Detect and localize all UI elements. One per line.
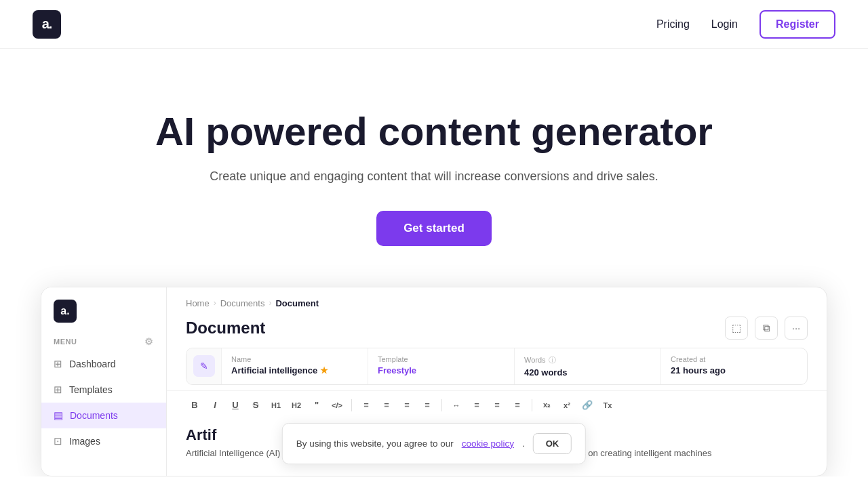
breadcrumb-home[interactable]: Home <box>186 298 210 308</box>
toolbar-link[interactable]: 🔗 <box>578 396 596 414</box>
get-started-button[interactable]: Get started <box>376 211 492 246</box>
hero-heading: AI powered content generator <box>14 110 854 153</box>
sidebar-logo-text: a. <box>60 305 69 317</box>
cookie-ok-button[interactable]: OK <box>533 433 572 454</box>
doc-meta-words: Words ⓘ 420 words <box>515 348 661 384</box>
templates-icon: ⊞ <box>54 384 62 396</box>
app-preview-container: a. MENU ⚙ ⊞ Dashboard ⊞ Templates ▤ Docu… <box>0 287 868 476</box>
doc-header: Document ⬚ ⧉ ··· <box>167 314 827 348</box>
toolbar-underline[interactable]: U <box>226 396 244 414</box>
toolbar-bold[interactable]: B <box>186 396 203 414</box>
doc-meta-icon-cell: ✎ <box>186 348 222 384</box>
sidebar-item-templates[interactable]: ⊞ Templates <box>41 377 166 403</box>
doc-meta-name: Name Artificial intelligence ★ <box>222 348 368 384</box>
doc-toolbar: B I U S H1 H2 " </> ≡ ≡ ≡ ≡ ↔ ≡ ≡ ≡ x₂ <box>167 390 827 420</box>
doc-title: Document <box>186 319 265 338</box>
doc-action-btn-2[interactable]: ⧉ <box>755 317 778 340</box>
info-icon: ⓘ <box>549 355 556 365</box>
breadcrumb-sep-1: › <box>214 298 216 308</box>
sidebar-item-label: Documents <box>70 410 118 421</box>
toolbar-align-right[interactable]: ≡ <box>398 396 416 414</box>
created-label: Created at <box>671 355 797 363</box>
name-label: Name <box>231 355 358 363</box>
doc-meta-table: ✎ Name Artificial intelligence ★ Templat… <box>186 348 808 385</box>
editor-title-text: Artif <box>186 426 216 443</box>
toolbar-align-left[interactable]: ≡ <box>357 396 375 414</box>
sidebar-item-dashboard[interactable]: ⊞ Dashboard <box>41 351 166 377</box>
toolbar-code[interactable]: </> <box>328 396 346 414</box>
documents-icon: ▤ <box>54 409 63 422</box>
created-value: 21 hours ago <box>671 365 797 375</box>
logo[interactable]: a. <box>33 10 61 39</box>
sidebar-settings-icon[interactable]: ⚙ <box>144 336 154 347</box>
logo-text: a. <box>42 16 52 32</box>
sidebar-item-label: Images <box>69 436 100 447</box>
sidebar-menu-header: MENU ⚙ <box>41 329 166 351</box>
doc-actions: ⬚ ⧉ ··· <box>725 317 808 340</box>
toolbar-clear[interactable]: Tx <box>599 396 616 414</box>
toolbar-blockquote[interactable]: " <box>308 396 326 414</box>
toolbar-list-3[interactable]: ≡ <box>509 396 526 414</box>
toolbar-list-1[interactable]: ≡ <box>468 396 486 414</box>
toolbar-sep-2 <box>441 399 442 411</box>
sidebar-logo[interactable]: a. <box>54 300 77 323</box>
template-label: Template <box>378 355 505 363</box>
doc-meta-row: ✎ Name Artificial intelligence ★ Templat… <box>186 348 807 384</box>
toolbar-indent[interactable]: ↔ <box>448 396 465 414</box>
cookie-banner: By using this website, you agree to our … <box>282 423 586 464</box>
cookie-policy-link[interactable]: cookie policy <box>462 439 514 449</box>
breadcrumb-current: Document <box>275 298 319 308</box>
register-button[interactable]: Register <box>760 10 835 39</box>
sidebar: a. MENU ⚙ ⊞ Dashboard ⊞ Templates ▤ Docu… <box>41 287 167 476</box>
toolbar-sep-1 <box>351 399 352 411</box>
name-text: Artificial intelligence <box>231 365 317 375</box>
menu-label: MENU <box>54 338 77 346</box>
doc-meta-template: Template Freestyle <box>368 348 515 384</box>
sidebar-item-documents[interactable]: ▤ Documents <box>41 403 166 428</box>
editor-text-prefix: Artificial Intelligence <box>186 448 264 458</box>
images-icon: ⊡ <box>54 435 62 447</box>
words-label-text: Words <box>524 356 546 364</box>
toolbar-list-2[interactable]: ≡ <box>488 396 506 414</box>
toolbar-h1[interactable]: H1 <box>267 396 285 414</box>
sidebar-logo-area: a. <box>41 287 166 329</box>
dashboard-icon: ⊞ <box>54 358 62 370</box>
sidebar-item-images[interactable]: ⊡ Images <box>41 428 166 454</box>
toolbar-strikethrough[interactable]: S <box>247 396 264 414</box>
toolbar-align-center[interactable]: ≡ <box>378 396 395 414</box>
toolbar-sep-3 <box>532 399 532 411</box>
words-label: Words ⓘ <box>524 355 651 365</box>
breadcrumb-documents[interactable]: Documents <box>220 298 265 308</box>
name-value: Artificial intelligence ★ <box>231 365 358 375</box>
breadcrumb: Home › Documents › Document <box>167 287 827 314</box>
toolbar-h2[interactable]: H2 <box>288 396 305 414</box>
sidebar-item-label: Templates <box>69 384 113 395</box>
doc-action-btn-1[interactable]: ⬚ <box>725 317 748 340</box>
toolbar-superscript[interactable]: x² <box>558 396 576 414</box>
cookie-message: By using this website, you agree to our <box>296 439 454 449</box>
doc-action-btn-3[interactable]: ··· <box>785 317 808 340</box>
doc-meta-created: Created at 21 hours ago <box>661 348 807 384</box>
login-link[interactable]: Login <box>711 18 738 30</box>
sidebar-item-label: Dashboard <box>69 359 116 369</box>
pricing-link[interactable]: Pricing <box>656 18 690 30</box>
toolbar-italic[interactable]: I <box>206 396 224 414</box>
cookie-period: . <box>522 439 525 449</box>
hero-subheading: Create unique and engaging content that … <box>14 169 854 184</box>
template-value: Freestyle <box>378 365 505 375</box>
breadcrumb-sep-2: › <box>269 298 271 308</box>
words-value: 420 words <box>524 367 651 378</box>
star-icon: ★ <box>320 365 328 375</box>
toolbar-align-justify[interactable]: ≡ <box>418 396 436 414</box>
toolbar-subscript[interactable]: x₂ <box>538 396 555 414</box>
doc-meta-icon: ✎ <box>193 355 215 377</box>
nav-right: Pricing Login Register <box>656 10 835 39</box>
navigation: a. Pricing Login Register <box>0 0 868 49</box>
hero-section: AI powered content generator Create uniq… <box>0 49 868 287</box>
